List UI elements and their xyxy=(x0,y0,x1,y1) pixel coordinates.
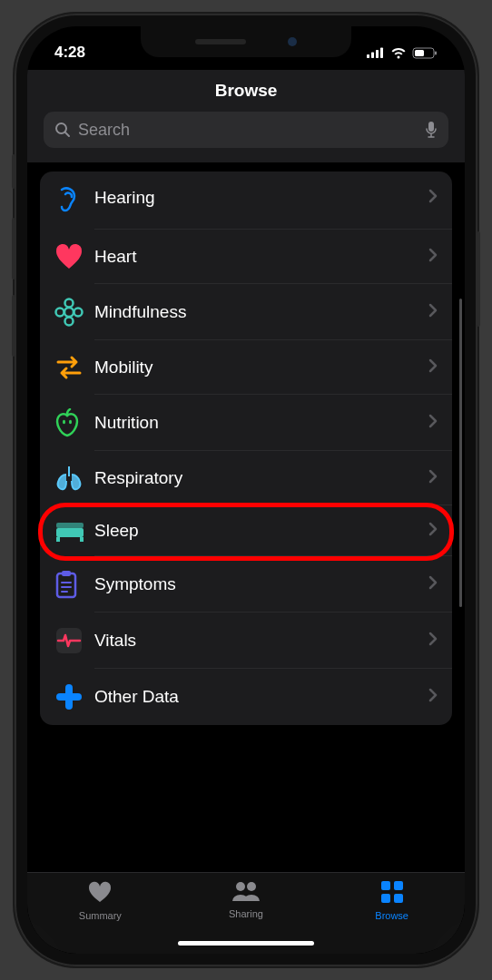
svg-point-15 xyxy=(63,420,65,424)
category-label: Vitals xyxy=(94,631,428,651)
mic-icon[interactable] xyxy=(425,121,438,139)
category-row-respiratory[interactable]: Respiratory xyxy=(40,451,452,505)
mobility-icon xyxy=(54,354,94,381)
chevron-right-icon xyxy=(428,189,438,207)
svg-rect-31 xyxy=(381,881,390,890)
svg-rect-6 xyxy=(435,51,437,54)
chevron-right-icon xyxy=(428,248,438,266)
svg-rect-33 xyxy=(381,894,390,903)
battery-icon xyxy=(412,47,438,59)
wifi-icon xyxy=(390,47,407,59)
svg-line-8 xyxy=(65,132,69,136)
scroll-indicator[interactable] xyxy=(459,299,462,607)
chevron-right-icon xyxy=(428,358,438,377)
category-row-heart[interactable]: Heart xyxy=(40,230,452,284)
category-row-vitals[interactable]: Vitals xyxy=(40,612,452,669)
svg-rect-22 xyxy=(62,571,71,576)
content: Hearing Heart Mindfulness Mobility Nutri… xyxy=(27,162,465,872)
summary-tab-icon xyxy=(87,880,113,907)
home-indicator[interactable] xyxy=(178,941,314,946)
svg-rect-21 xyxy=(57,573,75,597)
svg-rect-32 xyxy=(394,881,403,890)
chevron-right-icon xyxy=(428,469,438,487)
chevron-right-icon xyxy=(428,414,438,432)
chevron-right-icon xyxy=(428,632,438,650)
category-label: Hearing xyxy=(94,188,428,208)
svg-rect-2 xyxy=(376,50,379,58)
hearing-icon xyxy=(54,182,94,213)
svg-rect-17 xyxy=(56,528,84,537)
chevron-right-icon xyxy=(428,522,438,540)
svg-rect-19 xyxy=(56,537,60,542)
vitals-icon xyxy=(54,626,94,655)
sleep-icon xyxy=(54,519,94,543)
category-label: Other Data xyxy=(94,687,428,707)
nutrition-icon xyxy=(54,408,94,437)
category-label: Symptoms xyxy=(94,574,428,594)
tab-label: Sharing xyxy=(229,908,263,919)
svg-rect-34 xyxy=(394,894,403,903)
category-label: Mobility xyxy=(94,358,428,377)
status-time: 4:28 xyxy=(54,44,85,62)
category-row-hearing[interactable]: Hearing xyxy=(40,172,452,230)
svg-rect-28 xyxy=(56,693,82,701)
svg-rect-5 xyxy=(415,50,424,56)
svg-rect-0 xyxy=(367,54,369,58)
other-icon xyxy=(54,682,94,711)
svg-rect-9 xyxy=(428,122,434,132)
header: Browse xyxy=(27,70,465,162)
mindfulness-icon xyxy=(54,298,94,327)
category-list: Hearing Heart Mindfulness Mobility Nutri… xyxy=(40,172,452,725)
category-label: Respiratory xyxy=(94,468,428,488)
svg-rect-20 xyxy=(80,537,84,542)
category-label: Mindfulness xyxy=(94,302,428,322)
category-label: Nutrition xyxy=(94,413,428,433)
svg-point-29 xyxy=(236,882,245,891)
notch xyxy=(141,26,351,57)
svg-rect-18 xyxy=(56,523,84,528)
page-title: Browse xyxy=(44,81,448,112)
svg-rect-3 xyxy=(380,48,383,59)
status-icons xyxy=(367,47,438,59)
category-row-nutrition[interactable]: Nutrition xyxy=(40,395,452,451)
cellular-icon xyxy=(367,47,385,58)
sharing-tab-icon xyxy=(231,880,261,906)
svg-point-13 xyxy=(56,309,64,317)
search-icon xyxy=(54,122,71,138)
svg-point-10 xyxy=(64,308,74,317)
svg-point-11 xyxy=(65,299,74,308)
browse-tab-icon xyxy=(380,880,404,907)
chevron-right-icon xyxy=(428,575,438,593)
search-input[interactable] xyxy=(78,121,418,140)
chevron-right-icon xyxy=(428,303,438,321)
heart-icon xyxy=(54,243,94,270)
category-row-symptoms[interactable]: Symptoms xyxy=(40,556,452,612)
screen: 4:28 Browse xyxy=(27,26,465,954)
tab-summary[interactable]: Summary xyxy=(32,880,168,954)
chevron-right-icon xyxy=(428,688,438,706)
svg-point-12 xyxy=(65,318,74,326)
svg-rect-1 xyxy=(371,53,374,59)
symptoms-icon xyxy=(54,570,94,599)
tab-label: Browse xyxy=(375,910,408,921)
category-label: Sleep xyxy=(94,521,428,541)
svg-point-30 xyxy=(247,882,256,891)
category-row-mobility[interactable]: Mobility xyxy=(40,340,452,395)
category-row-mindfulness[interactable]: Mindfulness xyxy=(40,284,452,340)
phone-frame: 4:28 Browse xyxy=(15,14,477,966)
respiratory-icon xyxy=(54,465,94,492)
search-bar[interactable] xyxy=(44,112,448,148)
category-row-other[interactable]: Other Data xyxy=(40,669,452,725)
tab-browse[interactable]: Browse xyxy=(324,880,460,954)
category-row-sleep[interactable]: Sleep xyxy=(40,505,452,556)
svg-point-14 xyxy=(74,309,83,317)
category-label: Heart xyxy=(94,247,428,267)
tab-label: Summary xyxy=(79,910,122,921)
svg-point-16 xyxy=(69,420,72,424)
